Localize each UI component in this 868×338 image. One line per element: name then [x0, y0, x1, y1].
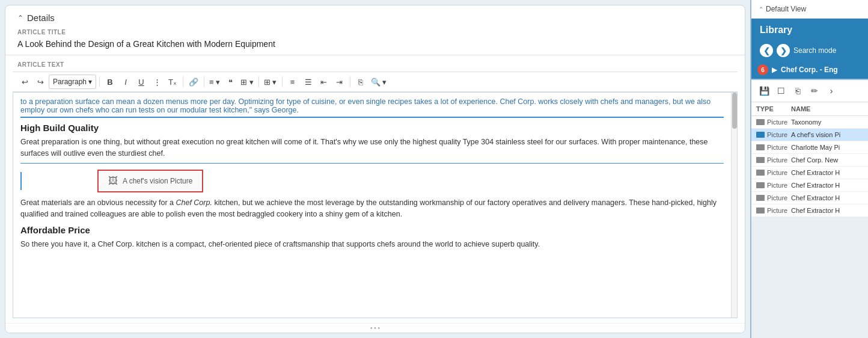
editor-heading-2: Affordable Price	[20, 225, 724, 235]
lib-row-icon-2	[756, 144, 765, 150]
paragraph-select[interactable]: Paragraph ▾	[49, 75, 96, 89]
article-text-label: ARTICLE TEXT	[5, 55, 745, 72]
copy-button[interactable]: ⎘	[353, 75, 368, 89]
editor-divider-2	[20, 163, 724, 164]
right-panel: ⌃ Default View Library ❮ ❯ Search mode 6…	[750, 0, 868, 338]
lib-row-name-6: Chef Extractor H	[791, 194, 863, 201]
embedded-image-box: 🖼 A chef's vision Picture	[97, 170, 203, 192]
lib-row-type-6: Picture	[756, 194, 786, 201]
lib-row-type-4: Picture	[756, 169, 786, 176]
lib-row-7[interactable]: PictureChef Extractor H	[751, 204, 868, 217]
lib-toolbar: 💾 ☐ ⎗ ✏ ›	[751, 80, 868, 102]
lib-row-icon-1	[756, 132, 765, 138]
lib-row-3[interactable]: PictureChef Corp. New	[751, 154, 868, 167]
lib-row-2[interactable]: PictureCharlotte May Pi	[751, 141, 868, 154]
col-name-header: NAME	[791, 105, 863, 112]
chef-corp-label: Chef Corp. - Eng	[781, 66, 838, 74]
editor-scroll-content[interactable]: to a preparation surface can mean a doze…	[13, 93, 731, 318]
lib-row-icon-4	[756, 170, 765, 176]
lib-row-name-0: Taxonomy	[791, 118, 863, 126]
lib-row-type-7: Picture	[756, 207, 786, 214]
toolbar-sep-6	[350, 76, 350, 87]
toolbar-sep-2	[183, 76, 183, 87]
article-title-label: ARTICLE TITLE	[5, 29, 745, 37]
lib-row-type-0: Picture	[756, 118, 786, 126]
clear-format-button[interactable]: Tₓ	[165, 75, 180, 89]
editor-text-blue: to a preparation surface can mean a doze…	[20, 97, 724, 114]
lib-row-name-3: Chef Corp. New	[791, 156, 863, 164]
lib-row-name-7: Chef Extractor H	[791, 207, 863, 214]
editor-toolbar: ↩ ↪ Paragraph ▾ B I U ⋮ Tₓ 🔗 ≡ ▾ ❝ ⊞ ▾ ⊞…	[13, 72, 738, 92]
lib-row-icon-0	[756, 119, 765, 125]
link-button[interactable]: 🔗	[186, 75, 201, 89]
ul-button[interactable]: ☰	[301, 75, 316, 89]
details-chevron-icon[interactable]: ⌃	[17, 14, 23, 22]
table-button[interactable]: ⊞ ▾	[262, 75, 279, 89]
lib-row-0[interactable]: PictureTaxonomy	[751, 116, 868, 129]
lib-more-button[interactable]: ›	[824, 83, 839, 99]
lib-row-icon-6	[756, 195, 765, 201]
details-title: Details	[27, 13, 55, 23]
lib-save-button[interactable]: 💾	[756, 83, 772, 99]
col-type-header: TYPE	[756, 105, 786, 112]
indent-left-button[interactable]: ⇤	[317, 75, 331, 89]
lib-row-type-2: Picture	[756, 144, 786, 151]
bold-button[interactable]: B	[103, 75, 117, 89]
lib-row-name-2: Charlotte May Pi	[791, 144, 863, 151]
toolbar-sep-5	[282, 76, 283, 87]
lib-row-name-1: A chef's vision Pi	[791, 131, 863, 138]
article-title-value: A Look Behind the Design of a Great Kitc…	[5, 37, 745, 55]
lib-row-icon-7	[756, 207, 765, 214]
lib-row-type-1: Picture	[756, 131, 786, 138]
default-view-bar: ⌃ Default View	[751, 0, 868, 19]
editor-paragraph-1: Great preparation is one thing, but with…	[20, 137, 724, 159]
editor-bottom-dots: • • •	[5, 323, 745, 333]
special-button[interactable]: 🔍 ▾	[369, 75, 389, 89]
redo-button[interactable]: ↪	[33, 75, 47, 89]
editor-paragraph-3: So there you have it, a Chef Corp. kitch…	[20, 239, 724, 250]
underline-button[interactable]: U	[134, 75, 148, 89]
lib-row-type-3: Picture	[756, 156, 786, 164]
embedded-image-label: A chef's vision Picture	[123, 177, 192, 185]
nav-forward-button[interactable]: ❯	[777, 44, 790, 57]
details-header: ⌃ Details	[5, 5, 745, 29]
lib-row-6[interactable]: PictureChef Extractor H	[751, 192, 868, 204]
quote-button[interactable]: ❝	[223, 75, 237, 89]
lib-row-icon-3	[756, 157, 765, 163]
lib-rows-container: PictureTaxonomyPictureA chef's vision Pi…	[751, 116, 868, 217]
cursor-bar	[20, 172, 22, 190]
toolbar-sep-4	[258, 76, 259, 87]
align-button[interactable]: ≡ ▾	[207, 75, 222, 89]
editor-scrollbar[interactable]	[731, 93, 737, 318]
search-mode-bar: ❮ ❯ Search mode	[751, 40, 868, 61]
undo-button[interactable]: ↩	[17, 75, 32, 89]
lib-edit-button[interactable]: ✏	[807, 83, 822, 99]
embed-button[interactable]: ⊞ ▾	[239, 75, 255, 89]
lib-view-button[interactable]: ☐	[773, 83, 789, 99]
lib-table-header: TYPE NAME	[751, 102, 868, 116]
default-view-chevron-icon: ⌃	[759, 6, 763, 13]
lib-row-1[interactable]: PictureA chef's vision Pi	[751, 129, 868, 141]
lib-copy-button[interactable]: ⎗	[790, 83, 805, 99]
toolbar-sep-3	[204, 76, 204, 87]
indent-right-button[interactable]: ⇥	[332, 75, 347, 89]
library-header: Library	[751, 19, 868, 40]
paragraph-chevron-icon: ▾	[88, 78, 92, 86]
nav-back-button[interactable]: ❮	[760, 44, 773, 57]
play-icon: ▶	[772, 66, 777, 74]
image-icon: 🖼	[108, 176, 118, 186]
lib-row-4[interactable]: PictureChef Extractor H	[751, 167, 868, 179]
lib-row-name-4: Chef Extractor H	[791, 169, 863, 176]
lib-row-5[interactable]: PictureChef Extractor H	[751, 179, 868, 192]
editor-heading-1: High Build Quality	[20, 123, 724, 133]
lib-row-icon-5	[756, 182, 765, 188]
italic-button[interactable]: I	[118, 75, 133, 89]
toolbar-sep-1	[99, 76, 100, 87]
more-text-button[interactable]: ⋮	[150, 75, 164, 89]
lib-row-type-5: Picture	[756, 182, 786, 189]
chef-corp-bar: 6 ▶ Chef Corp. - Eng	[751, 61, 868, 80]
search-mode-label: Search mode	[793, 46, 836, 55]
editor-outer: to a preparation surface can mean a doze…	[13, 92, 738, 318]
default-view-label: Default View	[766, 5, 806, 13]
ol-button[interactable]: ≡	[286, 75, 300, 89]
